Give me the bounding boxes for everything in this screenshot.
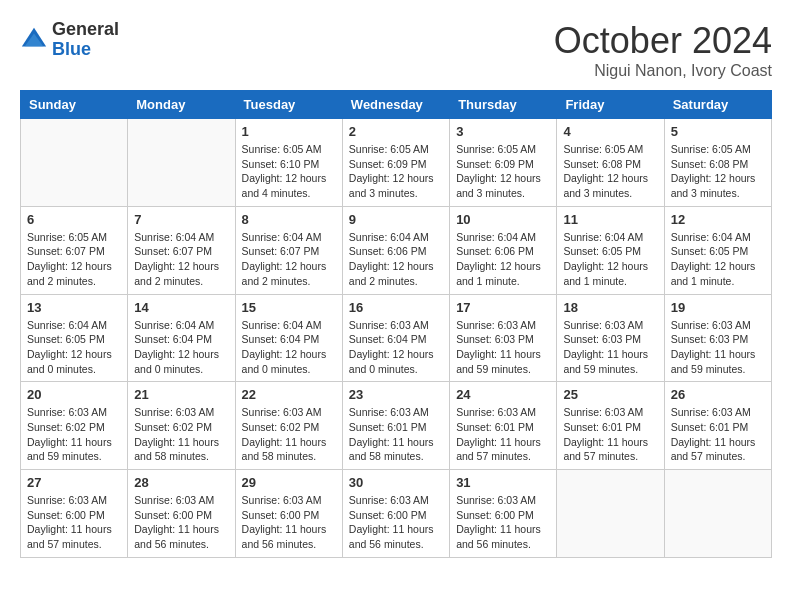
weekday-header-row: SundayMondayTuesdayWednesdayThursdayFrid… [21,91,772,119]
day-number: 31 [456,475,550,490]
day-number: 19 [671,300,765,315]
calendar-cell [128,119,235,207]
calendar-cell: 19Sunrise: 6:03 AM Sunset: 6:03 PM Dayli… [664,294,771,382]
calendar-cell: 13Sunrise: 6:04 AM Sunset: 6:05 PM Dayli… [21,294,128,382]
weekday-header: Sunday [21,91,128,119]
calendar-cell: 29Sunrise: 6:03 AM Sunset: 6:00 PM Dayli… [235,470,342,558]
day-info: Sunrise: 6:04 AM Sunset: 6:05 PM Dayligh… [27,318,121,377]
day-number: 30 [349,475,443,490]
day-info: Sunrise: 6:03 AM Sunset: 6:03 PM Dayligh… [671,318,765,377]
day-info: Sunrise: 6:03 AM Sunset: 6:01 PM Dayligh… [349,405,443,464]
calendar-week-row: 6Sunrise: 6:05 AM Sunset: 6:07 PM Daylig… [21,206,772,294]
day-number: 3 [456,124,550,139]
calendar-cell: 24Sunrise: 6:03 AM Sunset: 6:01 PM Dayli… [450,382,557,470]
calendar-cell: 3Sunrise: 6:05 AM Sunset: 6:09 PM Daylig… [450,119,557,207]
calendar-cell: 12Sunrise: 6:04 AM Sunset: 6:05 PM Dayli… [664,206,771,294]
day-info: Sunrise: 6:04 AM Sunset: 6:06 PM Dayligh… [456,230,550,289]
day-number: 1 [242,124,336,139]
calendar-week-row: 13Sunrise: 6:04 AM Sunset: 6:05 PM Dayli… [21,294,772,382]
day-info: Sunrise: 6:03 AM Sunset: 6:02 PM Dayligh… [27,405,121,464]
calendar-cell [557,470,664,558]
day-info: Sunrise: 6:05 AM Sunset: 6:07 PM Dayligh… [27,230,121,289]
day-info: Sunrise: 6:03 AM Sunset: 6:03 PM Dayligh… [563,318,657,377]
calendar-cell: 16Sunrise: 6:03 AM Sunset: 6:04 PM Dayli… [342,294,449,382]
day-number: 10 [456,212,550,227]
day-info: Sunrise: 6:04 AM Sunset: 6:07 PM Dayligh… [242,230,336,289]
calendar-table: SundayMondayTuesdayWednesdayThursdayFrid… [20,90,772,558]
calendar-week-row: 20Sunrise: 6:03 AM Sunset: 6:02 PM Dayli… [21,382,772,470]
day-number: 4 [563,124,657,139]
location-title: Nigui Nanon, Ivory Coast [554,62,772,80]
day-number: 11 [563,212,657,227]
calendar-week-row: 27Sunrise: 6:03 AM Sunset: 6:00 PM Dayli… [21,470,772,558]
calendar-cell: 1Sunrise: 6:05 AM Sunset: 6:10 PM Daylig… [235,119,342,207]
day-number: 9 [349,212,443,227]
calendar-cell: 22Sunrise: 6:03 AM Sunset: 6:02 PM Dayli… [235,382,342,470]
day-number: 23 [349,387,443,402]
day-number: 13 [27,300,121,315]
day-info: Sunrise: 6:04 AM Sunset: 6:06 PM Dayligh… [349,230,443,289]
day-info: Sunrise: 6:03 AM Sunset: 6:01 PM Dayligh… [563,405,657,464]
day-number: 16 [349,300,443,315]
day-info: Sunrise: 6:05 AM Sunset: 6:09 PM Dayligh… [456,142,550,201]
day-info: Sunrise: 6:03 AM Sunset: 6:02 PM Dayligh… [242,405,336,464]
calendar-week-row: 1Sunrise: 6:05 AM Sunset: 6:10 PM Daylig… [21,119,772,207]
calendar-cell: 15Sunrise: 6:04 AM Sunset: 6:04 PM Dayli… [235,294,342,382]
calendar-cell: 18Sunrise: 6:03 AM Sunset: 6:03 PM Dayli… [557,294,664,382]
weekday-header: Monday [128,91,235,119]
day-number: 5 [671,124,765,139]
day-info: Sunrise: 6:03 AM Sunset: 6:00 PM Dayligh… [456,493,550,552]
weekday-header: Wednesday [342,91,449,119]
day-number: 8 [242,212,336,227]
day-info: Sunrise: 6:03 AM Sunset: 6:01 PM Dayligh… [671,405,765,464]
day-info: Sunrise: 6:04 AM Sunset: 6:05 PM Dayligh… [671,230,765,289]
day-info: Sunrise: 6:03 AM Sunset: 6:00 PM Dayligh… [349,493,443,552]
day-number: 17 [456,300,550,315]
weekday-header: Thursday [450,91,557,119]
calendar-cell: 6Sunrise: 6:05 AM Sunset: 6:07 PM Daylig… [21,206,128,294]
weekday-header: Saturday [664,91,771,119]
calendar-cell: 31Sunrise: 6:03 AM Sunset: 6:00 PM Dayli… [450,470,557,558]
calendar-cell: 17Sunrise: 6:03 AM Sunset: 6:03 PM Dayli… [450,294,557,382]
logo-text: General Blue [52,20,119,60]
day-info: Sunrise: 6:03 AM Sunset: 6:04 PM Dayligh… [349,318,443,377]
logo-icon [20,26,48,54]
day-number: 7 [134,212,228,227]
day-number: 28 [134,475,228,490]
day-info: Sunrise: 6:05 AM Sunset: 6:10 PM Dayligh… [242,142,336,201]
weekday-header: Friday [557,91,664,119]
day-info: Sunrise: 6:04 AM Sunset: 6:05 PM Dayligh… [563,230,657,289]
weekday-header: Tuesday [235,91,342,119]
day-number: 29 [242,475,336,490]
day-number: 24 [456,387,550,402]
calendar-cell: 28Sunrise: 6:03 AM Sunset: 6:00 PM Dayli… [128,470,235,558]
calendar-cell: 2Sunrise: 6:05 AM Sunset: 6:09 PM Daylig… [342,119,449,207]
logo-blue: Blue [52,40,119,60]
month-title: October 2024 [554,20,772,62]
day-number: 21 [134,387,228,402]
day-info: Sunrise: 6:03 AM Sunset: 6:00 PM Dayligh… [242,493,336,552]
calendar-cell: 9Sunrise: 6:04 AM Sunset: 6:06 PM Daylig… [342,206,449,294]
day-info: Sunrise: 6:04 AM Sunset: 6:04 PM Dayligh… [242,318,336,377]
calendar-cell: 20Sunrise: 6:03 AM Sunset: 6:02 PM Dayli… [21,382,128,470]
logo: General Blue [20,20,119,60]
day-number: 18 [563,300,657,315]
title-block: October 2024 Nigui Nanon, Ivory Coast [554,20,772,80]
day-number: 25 [563,387,657,402]
day-info: Sunrise: 6:05 AM Sunset: 6:08 PM Dayligh… [563,142,657,201]
page-header: General Blue October 2024 Nigui Nanon, I… [20,20,772,80]
calendar-cell: 7Sunrise: 6:04 AM Sunset: 6:07 PM Daylig… [128,206,235,294]
day-info: Sunrise: 6:03 AM Sunset: 6:01 PM Dayligh… [456,405,550,464]
logo-general: General [52,20,119,40]
calendar-cell: 26Sunrise: 6:03 AM Sunset: 6:01 PM Dayli… [664,382,771,470]
day-info: Sunrise: 6:05 AM Sunset: 6:08 PM Dayligh… [671,142,765,201]
calendar-cell: 10Sunrise: 6:04 AM Sunset: 6:06 PM Dayli… [450,206,557,294]
day-info: Sunrise: 6:03 AM Sunset: 6:00 PM Dayligh… [134,493,228,552]
day-number: 14 [134,300,228,315]
day-number: 26 [671,387,765,402]
calendar-cell: 27Sunrise: 6:03 AM Sunset: 6:00 PM Dayli… [21,470,128,558]
day-number: 15 [242,300,336,315]
calendar-cell: 25Sunrise: 6:03 AM Sunset: 6:01 PM Dayli… [557,382,664,470]
day-info: Sunrise: 6:03 AM Sunset: 6:03 PM Dayligh… [456,318,550,377]
calendar-cell: 11Sunrise: 6:04 AM Sunset: 6:05 PM Dayli… [557,206,664,294]
